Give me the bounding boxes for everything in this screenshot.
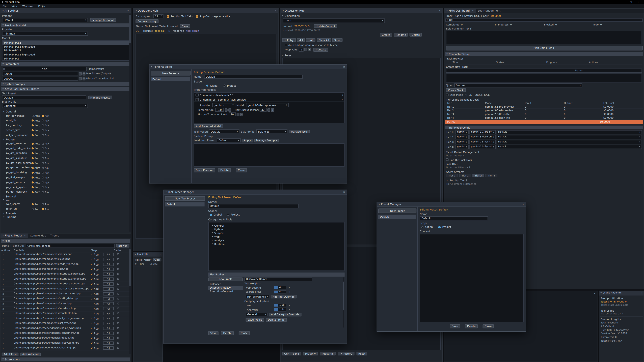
remove-file-button[interactable]: x	[2, 342, 14, 345]
close-icon[interactable]: ✕	[640, 292, 642, 295]
cache-indicator[interactable]	[117, 332, 119, 334]
paths-label[interactable]: Paths	[2, 244, 9, 247]
close-icon[interactable]: ✕	[522, 203, 524, 206]
remove-file-button[interactable]: x	[2, 273, 14, 276]
persona-list-item[interactable]: Default	[151, 77, 190, 81]
remove-file-button[interactable]: x	[2, 302, 14, 305]
agg-checkbox[interactable]: ✓	[91, 308, 93, 310]
track-name-input[interactable]: Name	[446, 68, 642, 72]
ask-radio[interactable]	[42, 157, 44, 159]
minimize-button[interactable]: —	[619, 1, 627, 3]
track-description-input[interactable]	[446, 73, 642, 82]
tool-category-header[interactable]: ▼ Runtime	[0, 215, 131, 219]
tab-theme[interactable]: Theme	[48, 233, 61, 238]
manage-prompts-button[interactable]: Manage Prompts	[254, 139, 279, 142]
remove-file-button[interactable]: x	[2, 258, 14, 261]
comms-history-button[interactable]: Comms History	[136, 19, 158, 23]
chevron-down-icon[interactable]: ▼	[282, 15, 283, 17]
agg-checkbox[interactable]: ✓	[91, 253, 93, 256]
profile-name-input[interactable]: Discovery-Heavy	[244, 277, 312, 281]
category-tree-item[interactable]: ▶ Web	[210, 235, 343, 239]
auto-radio[interactable]	[32, 182, 34, 184]
discussion-select[interactable]: main ▼	[283, 18, 385, 23]
full-flag[interactable]: Full	[103, 287, 114, 291]
agg-checkbox[interactable]: ✓	[91, 288, 93, 290]
agg-checkbox[interactable]: ✓	[91, 263, 93, 265]
dialog-title-bar[interactable]: ▼ Persona Editor ✕	[150, 65, 347, 69]
agg-checkbox[interactable]: ✓	[91, 322, 93, 325]
ask-radio[interactable]	[42, 152, 44, 154]
auto-radio[interactable]	[32, 177, 34, 179]
agg-checkbox[interactable]: ✓	[91, 318, 93, 320]
entry-button[interactable]: -All	[297, 38, 305, 42]
tier-model-select[interactable]: gemini-2.5-flash-lite ▼	[470, 140, 496, 144]
add-files-button[interactable]: Add File(s)	[2, 352, 18, 356]
scope-project-radio[interactable]	[223, 84, 226, 87]
full-flag[interactable]: Full	[103, 312, 114, 315]
auto-radio[interactable]	[32, 208, 34, 210]
full-flag[interactable]: Full	[103, 332, 114, 335]
pop-out-task-dag-checkbox[interactable]	[446, 159, 448, 161]
ask-radio[interactable]	[42, 162, 44, 164]
plan-epic-button[interactable]: Plan Epic (Tier 1)	[446, 46, 643, 50]
remove-file-button[interactable]: x	[2, 253, 14, 256]
scrollbar[interactable]	[129, 14, 130, 232]
base-dir-input[interactable]: C:/projects/gencpp	[26, 244, 114, 248]
entry-button[interactable]: + Entry	[282, 38, 296, 42]
stream-tab[interactable]: Tier 1	[446, 174, 458, 177]
cache-indicator[interactable]	[117, 327, 119, 329]
agg-checkbox[interactable]: ✓	[91, 332, 93, 334]
files-section-header[interactable]: ▼ Files	[1, 239, 130, 243]
increment-button[interactable]: +	[82, 77, 85, 80]
full-flag[interactable]: Full	[103, 292, 114, 295]
composer-button[interactable]: -> History	[338, 352, 354, 356]
remove-icon[interactable]: x	[289, 291, 290, 293]
ask-radio[interactable]	[42, 134, 44, 136]
auto-radio[interactable]	[32, 203, 34, 205]
entry-button[interactable]: +All	[306, 38, 315, 42]
cache-indicator[interactable]	[117, 337, 119, 339]
legend-item[interactable]: OUT	[136, 29, 141, 32]
model-select[interactable]: gemini-3-flash-preview ▼	[246, 103, 289, 107]
cache-indicator[interactable]	[117, 347, 119, 349]
multiplier-slider[interactable]: 1.3x	[274, 308, 286, 311]
save-preset-button[interactable]: Save	[450, 324, 460, 328]
remove-file-button[interactable]: x	[2, 322, 14, 325]
tier-model-config-header[interactable]: ▼ Tier Model Config	[445, 125, 643, 129]
menu-item[interactable]: Windows	[20, 4, 36, 7]
tab-context-hub[interactable]: Context Hub	[28, 233, 48, 238]
scope-project-radio[interactable]	[227, 214, 229, 216]
tool-preset-list-item[interactable]: Default	[165, 202, 204, 206]
agg-checkbox[interactable]: ✓	[91, 273, 93, 275]
remove-file-button[interactable]: x	[2, 278, 14, 281]
category-override-select[interactable]: General ▼	[246, 313, 268, 316]
remove-file-button[interactable]: x	[2, 337, 14, 340]
ask-radio[interactable]	[42, 177, 44, 179]
remove-file-button[interactable]: x	[2, 347, 14, 350]
composer-button[interactable]: Gen + Send	[282, 352, 301, 356]
tier-model-select[interactable]: gemini-3.1-pro-preview ▼	[470, 130, 496, 134]
focus-agent-select[interactable]: All ▼	[153, 14, 163, 18]
agg-checkbox[interactable]: ✓	[91, 268, 93, 270]
save-profile-button[interactable]: Save Profile	[246, 318, 264, 322]
cache-indicator[interactable]	[117, 268, 119, 270]
scope-global-radio[interactable]	[422, 226, 424, 228]
agg-checkbox[interactable]: ✓	[91, 327, 93, 329]
ask-radio[interactable]	[42, 120, 44, 122]
tool-category-header[interactable]: ▼ Analysis	[0, 212, 131, 215]
cache-indicator[interactable]	[117, 278, 119, 280]
auto-radio[interactable]	[32, 129, 34, 131]
close-dialog-button[interactable]: Close	[239, 331, 250, 335]
tier-preset-select[interactable]: Default ▼	[496, 130, 642, 134]
temperature-input[interactable]: -0.0	[215, 108, 224, 112]
preset-name-input[interactable]: Default	[420, 216, 488, 220]
delete-discussion-button[interactable]: Delete	[410, 33, 422, 36]
composer-button[interactable]: Inject File	[320, 352, 336, 356]
max-output-tokens-input[interactable]: 32000	[260, 108, 267, 112]
provider-model-header[interactable]: ▼ Provider & Model	[1, 23, 130, 27]
manage-presets-button[interactable]: Manage Presets	[88, 95, 112, 99]
full-flag[interactable]: Full	[103, 278, 114, 281]
increment-button[interactable]: +	[228, 108, 231, 112]
tool-category-header[interactable]: ▼ Surgical	[0, 195, 131, 198]
model-option[interactable]: MiniMax-M2.1	[2, 49, 129, 52]
